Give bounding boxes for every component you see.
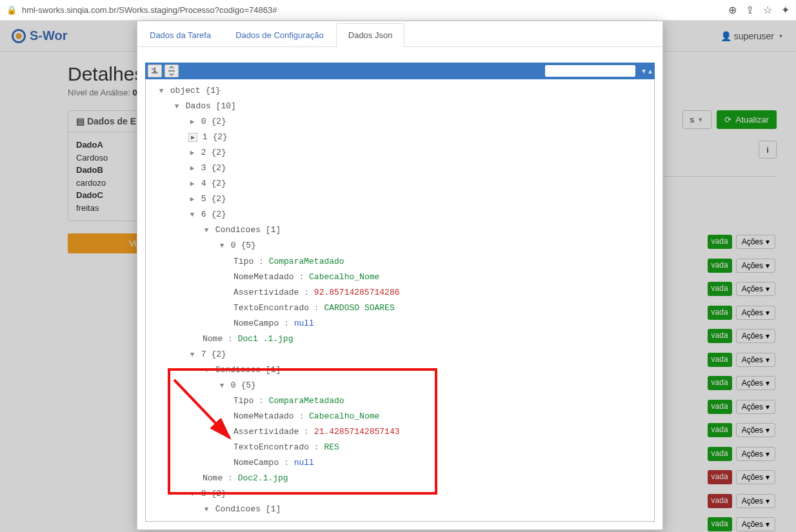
zoom-icon[interactable]: ⊕: [728, 4, 737, 16]
expand-all-button[interactable]: [164, 64, 179, 77]
expand-icon[interactable]: ▶: [188, 177, 196, 190]
share-icon[interactable]: ⇪: [746, 4, 754, 16]
expand-icon[interactable]: ▶: [188, 146, 196, 159]
collapse-all-button[interactable]: [148, 64, 162, 77]
expand-icon[interactable]: ▶: [188, 133, 197, 142]
expand-icon[interactable]: ▶: [188, 162, 196, 175]
lock-icon: 🔒: [6, 5, 17, 15]
browser-url: hml-sworks.sinqia.com.br/SWorks.staging/…: [22, 5, 728, 15]
sort-down-icon[interactable]: ▾: [642, 66, 646, 75]
json-modal: Dados da Tarefa Dados de Configuração Da…: [137, 21, 663, 530]
json-search-input[interactable]: [545, 65, 635, 77]
modal-tabs: Dados da Tarefa Dados de Configuração Da…: [137, 21, 662, 47]
browser-address-bar: 🔒 hml-sworks.sinqia.com.br/SWorks.stagin…: [0, 0, 796, 21]
expand-icon[interactable]: ▶: [188, 115, 196, 128]
star-icon[interactable]: ☆: [763, 4, 772, 16]
tab-dados-config[interactable]: Dados de Configuração: [223, 23, 336, 47]
sort-up-icon[interactable]: ▴: [648, 66, 652, 75]
tab-dados-tarefa[interactable]: Dados da Tarefa: [137, 23, 223, 47]
tab-dados-json[interactable]: Dados Json: [336, 23, 405, 47]
json-tree[interactable]: ▼ object {1} ▼ Dados [10] ▶ 0 {2}▶ 1 {2}…: [145, 79, 655, 522]
extension-icon[interactable]: ✦: [781, 4, 790, 16]
json-toolbar: 🔍 ▾ ▴: [145, 63, 655, 79]
expand-icon[interactable]: ▶: [188, 193, 196, 206]
